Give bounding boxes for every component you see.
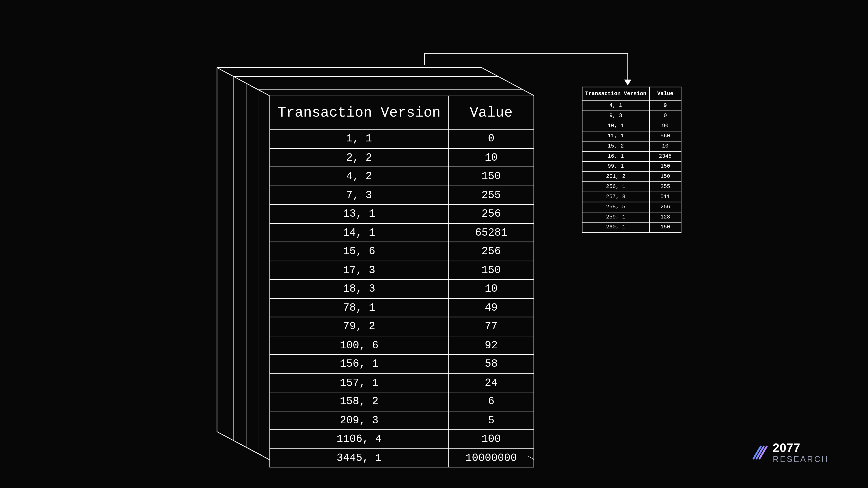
logo-word: RESEARCH — [773, 455, 829, 463]
cell-value: 128 — [649, 212, 681, 222]
cell-value: 10 — [448, 280, 534, 298]
header-transaction-version: Transaction Version — [582, 87, 649, 101]
cell-transaction-version: 18, 3 — [270, 280, 448, 298]
table-row: 3445, 110000000 — [270, 449, 534, 467]
cell-transaction-version: 1, 1 — [270, 129, 448, 148]
brand-logo: 2077 RESEARCH — [751, 442, 829, 463]
cell-value: 511 — [649, 192, 681, 202]
svg-line-5 — [234, 76, 261, 92]
header-value: Value — [649, 87, 681, 101]
cell-transaction-version: 4, 1 — [582, 101, 649, 111]
table-row: 2, 210 — [270, 148, 534, 167]
table-row: 16, 12345 — [582, 151, 681, 162]
cell-value: 256 — [448, 242, 534, 261]
cell-value: 58 — [448, 355, 534, 373]
table-row: 260, 1150 — [582, 222, 681, 232]
cell-transaction-version: 99, 1 — [582, 162, 649, 172]
cell-transaction-version: 156, 1 — [270, 355, 448, 373]
cell-transaction-version: 7, 3 — [270, 186, 448, 204]
table-row: 99, 1150 — [582, 162, 681, 172]
cell-value: 0 — [448, 129, 534, 148]
cell-transaction-version: 158, 2 — [270, 392, 448, 411]
table-header-row: Transaction Version Value — [270, 96, 534, 129]
cell-value: 256 — [448, 204, 534, 223]
table-row: 257, 3511 — [582, 192, 681, 202]
table-row: 14, 165281 — [270, 223, 534, 242]
table-row: 259, 1128 — [582, 212, 681, 222]
table-row: 156, 158 — [270, 355, 534, 373]
cell-value: 77 — [448, 317, 534, 336]
cell-transaction-version: 257, 3 — [582, 192, 649, 202]
cell-value: 6 — [448, 392, 534, 411]
table-row: 79, 277 — [270, 317, 534, 336]
table-row: 256, 1255 — [582, 182, 681, 192]
cell-value: 9 — [649, 101, 681, 111]
table-row: 1, 10 — [270, 129, 534, 148]
cell-value: 65281 — [448, 223, 534, 242]
cell-transaction-version: 15, 6 — [270, 242, 448, 261]
cell-transaction-version: 100, 6 — [270, 336, 448, 355]
table-row: 1106, 4100 — [270, 430, 534, 449]
table-row: 10, 190 — [582, 121, 681, 131]
header-value: Value — [448, 96, 534, 129]
cell-value: 92 — [448, 336, 534, 355]
svg-line-4 — [217, 432, 270, 460]
table-row: 158, 26 — [270, 392, 534, 411]
cell-transaction-version: 9, 3 — [582, 111, 649, 121]
cell-transaction-version: 4, 2 — [270, 167, 448, 186]
table-row: 258, 5256 — [582, 202, 681, 212]
table-row: 15, 6256 — [270, 242, 534, 261]
cell-value: 24 — [448, 373, 534, 392]
cell-transaction-version: 14, 1 — [270, 223, 448, 242]
table-row: 9, 30 — [582, 111, 681, 121]
svg-line-8 — [234, 441, 261, 455]
cell-transaction-version: 15, 2 — [582, 141, 649, 151]
table-row: 4, 2150 — [270, 167, 534, 186]
table-row: 4, 19 — [582, 101, 681, 111]
cell-transaction-version: 256, 1 — [582, 182, 649, 192]
cell-transaction-version: 258, 5 — [582, 202, 649, 212]
table-row: 11, 1560 — [582, 131, 681, 141]
table-row: 201, 2150 — [582, 172, 681, 182]
cell-transaction-version: 78, 1 — [270, 298, 448, 317]
cell-value: 100 — [448, 430, 534, 449]
cell-value: 255 — [649, 182, 681, 192]
cell-transaction-version: 3445, 1 — [270, 449, 448, 467]
cell-transaction-version: 1106, 4 — [270, 430, 448, 449]
svg-line-9 — [246, 83, 252, 87]
cell-transaction-version: 260, 1 — [582, 222, 649, 232]
table-row: 157, 124 — [270, 373, 534, 392]
table-row: 15, 210 — [582, 141, 681, 151]
cell-transaction-version: 13, 1 — [270, 204, 448, 223]
cell-value: 90 — [649, 121, 681, 131]
cell-value: 150 — [448, 167, 534, 186]
cell-value: 255 — [448, 186, 534, 204]
table-row: 100, 692 — [270, 336, 534, 355]
main-transaction-table: Transaction Version Value 1, 102, 2104, … — [270, 96, 534, 467]
secondary-transaction-table: Transaction Version Value 4, 199, 3010, … — [582, 87, 681, 233]
cell-value: 49 — [448, 298, 534, 317]
table-row: 7, 3255 — [270, 186, 534, 204]
cell-value: 150 — [649, 162, 681, 172]
cell-value: 150 — [649, 222, 681, 232]
logo-mark-icon — [751, 444, 768, 461]
cell-value: 10 — [649, 141, 681, 151]
table-row: 17, 3150 — [270, 261, 534, 280]
table-row: 18, 310 — [270, 280, 534, 298]
cell-transaction-version: 209, 3 — [270, 411, 448, 429]
cell-transaction-version: 11, 1 — [582, 131, 649, 141]
cell-transaction-version: 259, 1 — [582, 212, 649, 222]
header-transaction-version: Transaction Version — [270, 96, 448, 129]
cell-value: 10 — [448, 148, 534, 167]
cell-transaction-version: 79, 2 — [270, 317, 448, 336]
svg-line-0 — [217, 68, 270, 96]
cell-value: 150 — [448, 261, 534, 280]
table-row: 78, 149 — [270, 298, 534, 317]
table-row: 209, 35 — [270, 411, 534, 429]
cell-value: 256 — [649, 202, 681, 212]
cell-transaction-version: 201, 2 — [582, 172, 649, 182]
logo-year: 2077 — [773, 442, 829, 454]
cell-value: 150 — [649, 172, 681, 182]
cell-value: 560 — [649, 131, 681, 141]
cell-value: 10000000 — [448, 449, 534, 467]
